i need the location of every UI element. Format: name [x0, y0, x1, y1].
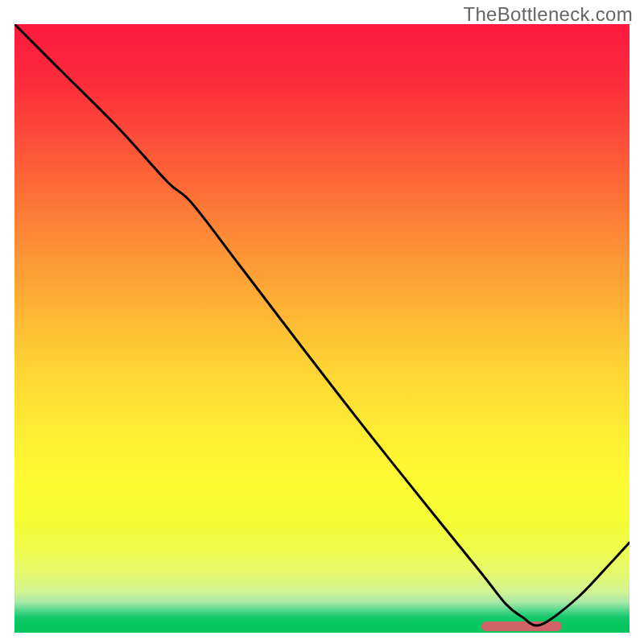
chart-stage: TheBottleneck.com — [0, 0, 644, 644]
watermark-label: TheBottleneck.com — [463, 3, 633, 26]
sweet-spot-bar — [481, 621, 562, 631]
curve-overlay — [14, 24, 630, 633]
bottleneck-curve — [14, 24, 630, 625]
